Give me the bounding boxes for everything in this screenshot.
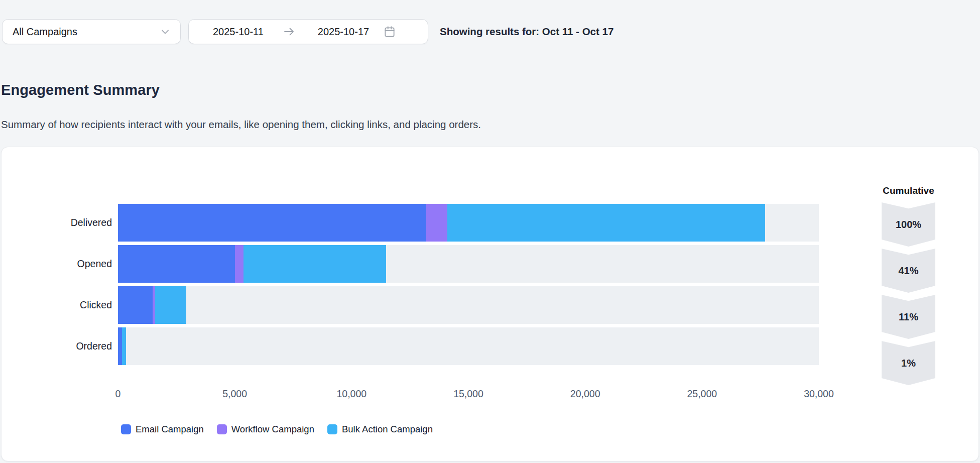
arrow-right-icon	[283, 26, 296, 38]
x-axis: 05,00010,00015,00020,00025,00030,000	[118, 388, 819, 401]
bar-segment-bulk-action-campaign-opened[interactable]	[243, 245, 386, 283]
end-date-value[interactable]: 2025-10-17	[318, 26, 369, 38]
legend-label-workflow-campaign: Workflow Campaign	[231, 424, 314, 435]
legend-item-email-campaign[interactable]: Email Campaign	[121, 424, 204, 435]
category-label-opened: Opened	[2, 245, 112, 283]
cumulative-badge-delivered: 100%	[882, 202, 935, 247]
category-label-ordered: Ordered	[2, 327, 112, 365]
legend-label-bulk-action-campaign: Bulk Action Campaign	[342, 424, 433, 435]
bar-segment-email-campaign-opened[interactable]	[118, 245, 235, 283]
legend-label-email-campaign: Email Campaign	[136, 424, 204, 435]
x-tick-10-000: 10,000	[337, 388, 367, 400]
calendar-icon[interactable]	[383, 25, 396, 38]
bar-segment-bulk-action-campaign-clicked[interactable]	[155, 286, 186, 324]
engagement-chart-card: Cumulative Delivered100%Opened41%Clicked…	[1, 147, 979, 461]
legend-swatch-email-campaign	[121, 424, 131, 434]
x-tick-25-000: 25,000	[687, 388, 717, 400]
x-tick-15-000: 15,000	[453, 388, 483, 400]
category-label-delivered: Delivered	[2, 204, 112, 242]
cumulative-badge-opened: 41%	[882, 249, 935, 293]
campaign-select[interactable]: All Campaigns	[2, 19, 181, 44]
results-summary: Showing results for: Oct 11 - Oct 17	[440, 26, 614, 38]
cumulative-badge-ordered: 1%	[882, 341, 935, 385]
legend-swatch-workflow-campaign	[217, 424, 227, 434]
legend-swatch-bulk-action-campaign	[327, 424, 337, 434]
bar-segment-bulk-action-campaign-delivered[interactable]	[447, 204, 765, 242]
bar-track-opened	[118, 245, 819, 283]
page-description: Summary of how recipients interact with …	[1, 119, 481, 131]
bar-segment-email-campaign-clicked[interactable]	[118, 286, 153, 324]
page-title: Engagement Summary	[1, 82, 160, 98]
cumulative-badge-clicked: 11%	[882, 295, 935, 339]
bar-segment-email-campaign-delivered[interactable]	[118, 204, 426, 242]
date-range-picker[interactable]: 2025-10-11 2025-10-17	[188, 19, 428, 44]
legend-item-workflow-campaign[interactable]: Workflow Campaign	[217, 424, 314, 435]
bar-track-ordered	[118, 327, 819, 365]
bar-segment-email-campaign-ordered[interactable]	[118, 327, 122, 365]
bar-track-delivered	[118, 204, 819, 242]
category-label-clicked: Clicked	[2, 286, 112, 324]
bar-segment-workflow-campaign-delivered[interactable]	[426, 204, 447, 242]
campaign-select-value: All Campaigns	[13, 26, 77, 38]
cumulative-header: Cumulative	[882, 185, 935, 196]
chart-legend: Email CampaignWorkflow CampaignBulk Acti…	[121, 424, 433, 435]
x-tick-30-000: 30,000	[804, 388, 834, 400]
x-tick-5-000: 5,000	[222, 388, 247, 400]
bar-segment-workflow-campaign-opened[interactable]	[235, 245, 243, 283]
start-date-value[interactable]: 2025-10-11	[213, 26, 264, 38]
bar-track-clicked	[118, 286, 819, 324]
x-tick-20-000: 20,000	[570, 388, 600, 400]
legend-item-bulk-action-campaign[interactable]: Bulk Action Campaign	[327, 424, 433, 435]
x-tick-0: 0	[115, 388, 121, 400]
bar-segment-bulk-action-campaign-ordered[interactable]	[122, 327, 126, 365]
chevron-down-icon	[159, 26, 171, 38]
